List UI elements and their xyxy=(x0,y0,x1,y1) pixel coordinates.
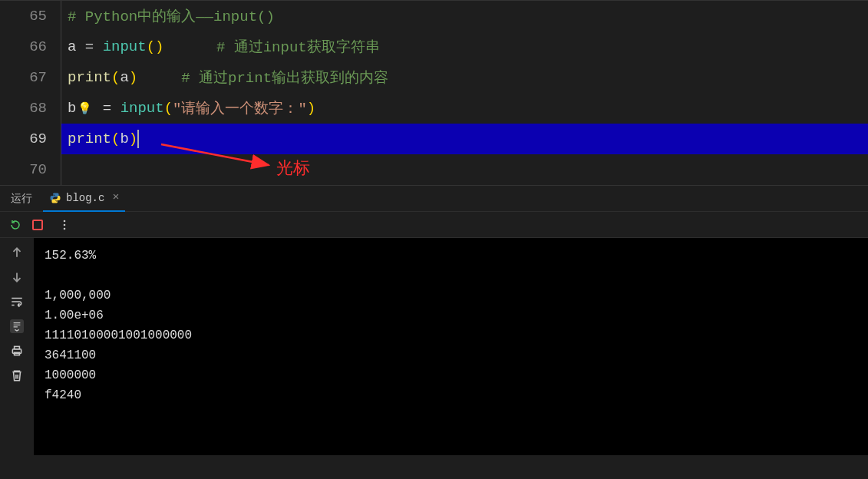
code-line[interactable]: 66 a = input() # 通过input获取字符串 xyxy=(0,31,868,62)
output-line: 1,000,000 xyxy=(45,289,111,302)
code-line-active[interactable]: 69 print(b) xyxy=(0,124,868,154)
output-line: 152.63% xyxy=(45,249,96,263)
scroll-lock-icon[interactable] xyxy=(10,319,24,333)
run-tab-label[interactable]: 运行 xyxy=(0,192,43,206)
terminal-gutter xyxy=(0,238,34,455)
line-number: 68 xyxy=(0,93,61,124)
lightbulb-icon[interactable]: 💡 xyxy=(76,101,94,116)
print-icon[interactable] xyxy=(10,344,24,358)
svg-rect-6 xyxy=(15,346,20,349)
stop-icon[interactable] xyxy=(32,220,43,230)
arrow-up-icon[interactable] xyxy=(10,246,24,259)
line-number: 70 xyxy=(0,154,61,185)
code-line[interactable]: 70 xyxy=(0,154,868,185)
code-line[interactable]: 65 # Python中的输入——input() xyxy=(0,1,868,31)
code-identifier: a xyxy=(68,38,76,55)
code-identifier: b xyxy=(68,100,76,117)
panel-tabbar: 运行 blog.c × xyxy=(0,186,868,212)
svg-point-2 xyxy=(64,220,66,222)
code-line[interactable]: 68 b💡 = input("请输入一个数字：") xyxy=(0,93,868,124)
output-line: 11110100001001000000 xyxy=(45,329,192,342)
output-line: f4240 xyxy=(45,388,81,402)
line-number: 65 xyxy=(0,1,61,31)
python-icon xyxy=(49,192,61,204)
code-function: print xyxy=(68,69,111,86)
file-tab-label: blog.c xyxy=(66,192,104,204)
line-number: 67 xyxy=(0,62,61,93)
output-line: 1.00e+06 xyxy=(45,309,104,322)
code-comment: # 通过input获取字符串 xyxy=(216,37,380,57)
code-function: print xyxy=(68,130,111,147)
code-comment: # Python中的输入——input() xyxy=(68,6,275,26)
more-icon[interactable] xyxy=(58,219,71,231)
arrow-down-icon[interactable] xyxy=(10,270,24,284)
rerun-icon[interactable] xyxy=(9,219,21,231)
code-builtin: input xyxy=(120,100,164,117)
output-line: 1000000 xyxy=(45,368,96,382)
output-line: 3641100 xyxy=(45,349,96,362)
terminal-output[interactable]: 152.63% 1,000,000 1.00e+06 1111010000100… xyxy=(34,238,868,455)
text-cursor xyxy=(137,130,139,148)
code-builtin: input xyxy=(103,38,147,55)
svg-point-3 xyxy=(64,223,66,226)
line-number: 66 xyxy=(0,31,61,62)
trash-icon[interactable] xyxy=(10,368,24,382)
wrap-icon[interactable] xyxy=(10,295,24,309)
svg-point-4 xyxy=(64,227,66,230)
code-comment: # 通过print输出获取到的内容 xyxy=(181,68,388,88)
file-tab[interactable]: blog.c × xyxy=(43,186,125,212)
code-editor[interactable]: 65 # Python中的输入——input() 66 a = input() … xyxy=(0,0,868,185)
code-string: "请输入一个数字：" xyxy=(173,98,307,118)
run-panel: 运行 blog.c × 152. xyxy=(0,185,868,455)
close-icon[interactable]: × xyxy=(109,191,119,204)
code-line[interactable]: 67 print(a) # 通过print输出获取到的内容 xyxy=(0,62,868,93)
terminal-area: 152.63% 1,000,000 1.00e+06 1111010000100… xyxy=(0,238,868,455)
run-toolbar xyxy=(0,212,868,238)
line-number: 69 xyxy=(0,124,61,154)
